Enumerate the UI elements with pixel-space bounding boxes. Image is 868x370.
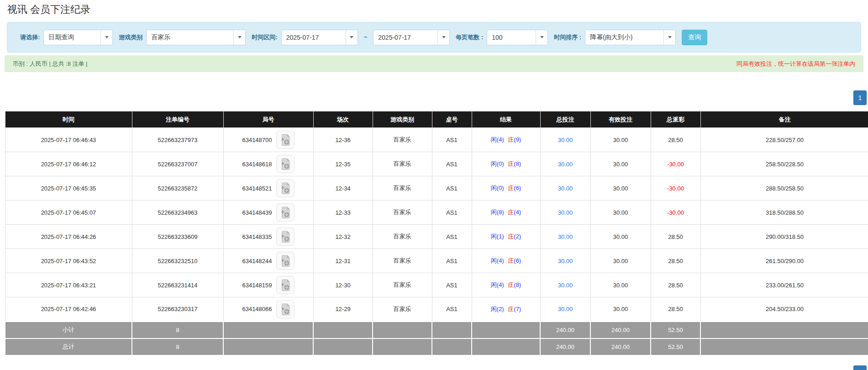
cell-total-bet: 30.00 [540, 297, 590, 322]
search-button[interactable]: 查询 [682, 30, 707, 45]
total-bet-link[interactable]: 30.00 [558, 306, 573, 312]
subtotal-total-bet: 240.00 [540, 322, 590, 338]
filter-group-query-type: 请选择: 日期查询 [20, 30, 113, 45]
date-to-select[interactable]: 2025-07-17 [373, 30, 450, 45]
page-size-select[interactable]: 100 [487, 30, 548, 45]
video-replay-button[interactable] [276, 179, 295, 197]
date-from-select[interactable]: 2025-07-17 [281, 30, 358, 45]
pagination-top: 1 [0, 90, 867, 105]
query-type-label: 请选择: [20, 33, 40, 42]
chevron-down-icon[interactable] [437, 30, 449, 45]
total-bet-link[interactable]: 30.00 [558, 209, 573, 216]
date-range-label: 时间区间: [252, 33, 277, 42]
cell-payout: -30.00 [651, 176, 700, 201]
video-record-icon [280, 182, 290, 194]
game-type-select[interactable]: 百家乐 [146, 30, 246, 45]
date-range-separator: ~ [364, 34, 368, 41]
total-bet-link[interactable]: 30.00 [558, 137, 573, 143]
chevron-down-icon[interactable] [100, 30, 112, 45]
cell-remark: 258.50/228.50 [700, 152, 868, 176]
result-banker: 庄 [508, 306, 514, 312]
chevron-down-icon[interactable] [536, 30, 547, 45]
date-to-value: 2025-07-17 [374, 30, 437, 45]
cell-valid-bet: 30.00 [590, 152, 651, 176]
cell-total-bet: 30.00 [540, 152, 590, 176]
video-replay-button[interactable] [276, 155, 295, 173]
query-type-select[interactable]: 日期查询 [43, 30, 113, 45]
table-row: 2025-07-17 06:45:07 522663234963 6341484… [5, 201, 868, 225]
table-row: 2025-07-17 06:46:12 522663237007 6341486… [5, 152, 868, 176]
chevron-down-icon[interactable] [346, 30, 358, 45]
cell-payout: -30.00 [651, 201, 700, 225]
video-replay-button[interactable] [276, 131, 295, 149]
filter-group-date-to: 2025-07-17 [373, 30, 450, 45]
round-id-value: 634148066 [242, 306, 272, 312]
cell-table-no: AS1 [432, 201, 472, 225]
video-record-icon [280, 279, 290, 291]
round-id-value: 634148618 [242, 161, 272, 168]
result-banker: 庄 [508, 136, 514, 143]
result-banker: 庄 [508, 281, 514, 288]
total-valid-bet: 240.00 [590, 338, 651, 355]
video-record-icon [280, 134, 290, 146]
result-banker: 庄 [508, 185, 514, 191]
subtotal-row: 小计 8 240.00 240.00 52.50 [5, 322, 868, 338]
table-row: 2025-07-17 06:42:46 522663230317 6341480… [5, 297, 868, 322]
result-banker-score: (9) [514, 136, 521, 143]
currency-total-text: 币别 : 人民币 | 总共 :8 注单 | [13, 60, 88, 68]
subtotal-payout: 52.50 [651, 322, 700, 338]
result-player: 闲(1) [491, 233, 504, 240]
cell-time: 2025-07-17 06:43:21 [5, 273, 132, 297]
total-bet-link[interactable]: 30.00 [558, 258, 573, 264]
cell-payout: 28.50 [651, 249, 700, 273]
result-banker-score: (8) [514, 281, 521, 288]
sort-select[interactable]: 降幂(由大到小) [585, 30, 676, 45]
video-replay-button[interactable] [276, 252, 295, 270]
cell-time: 2025-07-17 06:44:26 [5, 225, 132, 249]
sort-value: 降幂(由大到小) [585, 30, 663, 45]
cell-table-no: AS1 [432, 273, 472, 297]
video-record-icon [280, 158, 290, 170]
total-bet-link[interactable]: 30.00 [558, 185, 573, 192]
cell-remark: 233.00/261.50 [700, 273, 868, 297]
chevron-down-icon[interactable] [233, 30, 245, 45]
video-replay-button[interactable] [276, 203, 295, 222]
cell-result: 闲(4) 庄(8) [472, 273, 540, 297]
page-size-label: 每页笔数 : [456, 33, 483, 42]
table-summary: 小计 8 240.00 240.00 52.50 总计 8 240.00 240… [5, 322, 868, 355]
video-replay-button[interactable] [276, 300, 295, 318]
result-banker-score: (4) [514, 209, 521, 216]
col-remark: 备注 [700, 111, 868, 128]
col-bet-id: 注单编号 [132, 111, 223, 128]
cell-time: 2025-07-17 06:43:52 [5, 249, 132, 273]
result-player: 闲(0) [491, 160, 504, 167]
cell-table-no: AS1 [432, 225, 472, 249]
total-label: 总计 [5, 338, 132, 355]
cell-valid-bet: 30.00 [590, 128, 651, 152]
cell-time: 2025-07-17 06:45:35 [5, 176, 132, 201]
round-id-value: 634148244 [242, 258, 272, 264]
cell-bet-id: 522663231414 [132, 273, 223, 297]
total-bet-link[interactable]: 30.00 [558, 282, 573, 289]
page-title: 视讯 会员下注纪录 [7, 3, 868, 16]
result-banker-score: (8) [514, 160, 521, 167]
cell-payout: -30.00 [651, 152, 700, 176]
cell-result: 闲(0) 庄(8) [472, 152, 540, 176]
result-banker: 庄 [508, 160, 514, 167]
page-1-button[interactable]: 1 [853, 90, 867, 105]
total-bet-link[interactable]: 30.00 [558, 233, 573, 240]
video-replay-button[interactable] [276, 276, 295, 294]
cell-total-bet: 30.00 [540, 273, 590, 297]
total-bet-link[interactable]: 30.00 [558, 161, 573, 168]
cell-bet-id: 522663235872 [132, 176, 223, 201]
cell-remark: 288.50/258.50 [700, 176, 868, 201]
cell-bet-id: 522663233609 [132, 225, 223, 249]
result-banker-score: (6) [514, 185, 521, 191]
chevron-down-icon[interactable] [663, 30, 675, 45]
cell-total-bet: 30.00 [540, 225, 590, 249]
cell-round-id: 634148700 [223, 128, 313, 152]
bet-records-table: 时间 注单编号 局号 场次 游戏类别 桌号 结果 总投注 有效投注 总派彩 备注… [5, 111, 868, 356]
page-1-button-bottom[interactable]: 1 [853, 365, 867, 370]
cell-game-type: 百家乐 [373, 249, 432, 273]
video-replay-button[interactable] [276, 227, 295, 246]
